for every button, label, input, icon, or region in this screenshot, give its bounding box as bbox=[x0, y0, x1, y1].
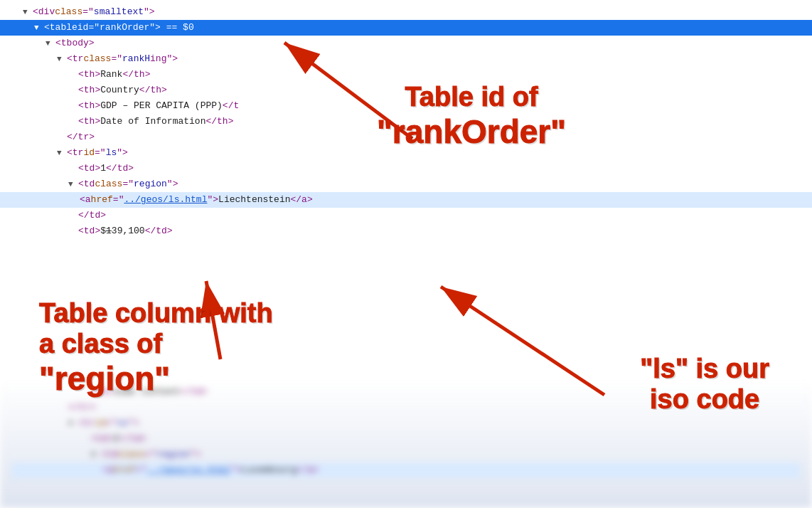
triangle-tr-ranking[interactable]: ▼ bbox=[57, 51, 67, 67]
code-line-td-gdp-value: <td> $139,100 </td> bbox=[0, 223, 812, 239]
code-line-tbody: ▼ <tbody> bbox=[0, 36, 812, 51]
tag-table-open: <table bbox=[44, 20, 78, 36]
attr-id-name: id bbox=[78, 20, 89, 36]
code-line-th-country: <th> Country </th> bbox=[0, 83, 812, 98]
attr-class: class bbox=[55, 4, 82, 20]
code-line-th-rank: <th> Rank </th> bbox=[0, 67, 812, 83]
attr-id-value: rankOrder bbox=[100, 20, 149, 36]
triangle-div[interactable]: ▼ bbox=[23, 4, 33, 20]
blurred-code-area: <td>some content</td> </tr> ▼<tr id="xx"… bbox=[0, 380, 812, 508]
code-line-th-date: <th> Date of Information </th> bbox=[0, 114, 812, 129]
code-line-tr-ls: ▼ <tr id =" ls "> bbox=[0, 145, 812, 161]
code-line-a-liechtenstein[interactable]: <a href =" ../geos/ls.html "> Liechtenst… bbox=[0, 192, 812, 208]
href-value[interactable]: ../geos/ls.html bbox=[124, 192, 207, 208]
code-line-table-rankorder[interactable]: ▼ <table id =" rankOrder "> == $0 bbox=[0, 20, 812, 36]
code-line-tr-ranking: ▼ <tr class =" rankH ing"> bbox=[0, 51, 812, 67]
triangle-tbody[interactable]: ▼ bbox=[46, 36, 55, 51]
code-line-td-close: </td> bbox=[0, 208, 812, 223]
triangle-table[interactable]: ▼ bbox=[34, 20, 44, 36]
code-line-td-region: ▼ <td class =" region "> bbox=[0, 176, 812, 192]
dollar-zero: $0 bbox=[183, 20, 194, 36]
tag-open: <div bbox=[33, 4, 55, 20]
devtools-panel: ▼ <div class =" smalltext "> ▼ <table id… bbox=[0, 0, 812, 508]
triangle-td-region[interactable]: ▼ bbox=[68, 176, 78, 192]
code-area: ▼ <div class =" smalltext "> ▼ <table id… bbox=[0, 0, 812, 243]
code-line-th-gdp: <th> GDP – PER CAPITA (PPP) </t bbox=[0, 98, 812, 114]
attr-value-smalltext: smalltext bbox=[94, 4, 144, 20]
code-line-tr-close: </tr> bbox=[0, 129, 812, 145]
code-line-div-smalltext: ▼ <div class =" smalltext "> bbox=[0, 4, 812, 20]
code-line-td-1: <td> 1 </td> bbox=[0, 161, 812, 176]
triangle-tr-ls[interactable]: ▼ bbox=[57, 145, 67, 161]
